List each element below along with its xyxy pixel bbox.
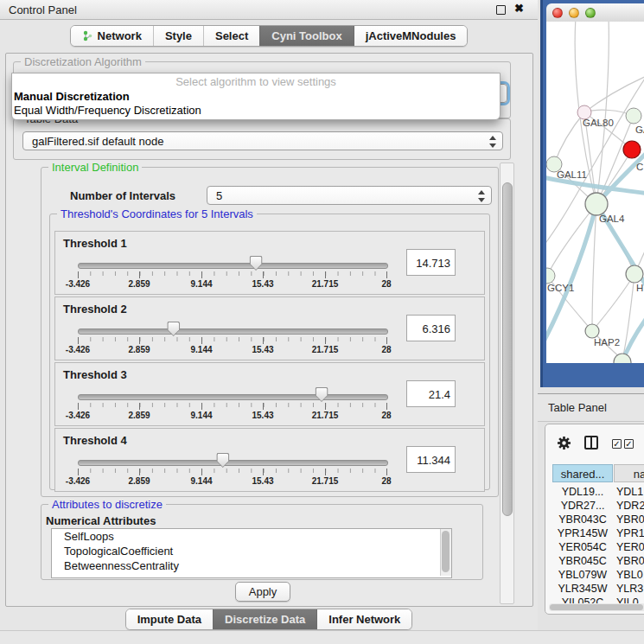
threshold-row: Threshold 2 -3.426 2.859 9.144 15.43 21.… [54,296,485,360]
tab-infer-network[interactable]: Infer Network [316,609,411,629]
tab-style[interactable]: Style [153,26,203,46]
tick-label: 2.859 [128,411,150,420]
table-cell[interactable]: YBR0 [616,554,644,568]
table-cell[interactable]: YDL19... [552,485,613,499]
table-cell[interactable]: YBR0 [616,513,644,526]
list-item[interactable]: SelfLoops [52,529,451,544]
node-label: HAP2 [594,337,620,348]
list-item[interactable]: TopologicalCoefficient [52,544,451,558]
node[interactable] [614,354,631,363]
table-cell[interactable]: YER0 [616,540,644,554]
threshold-value-field[interactable]: 11.344 [406,446,456,473]
column-header-name[interactable]: na [614,464,644,482]
checkbox-icon[interactable]: ✓ [624,439,634,449]
close-traffic-light[interactable] [552,8,563,18]
tick-label: 28 [381,411,391,420]
minimize-traffic-light[interactable] [569,8,579,18]
tick-label: 2.859 [128,279,150,289]
table-data-combobox[interactable]: galFiltered.sif default node [22,131,503,150]
network-graph [546,22,644,363]
threshold-label: Threshold 1 [63,237,127,250]
node-selected-red[interactable] [623,141,641,158]
popup-item-manual-discretization[interactable]: Manual Discretization [14,90,130,103]
threshold-slider-thumb[interactable] [250,256,263,271]
combo-arrows-icon [488,135,496,149]
tick-label: 21.715 [312,476,339,486]
node-label: GCY1 [547,283,574,293]
tab-jactivemnodules[interactable]: jActiveMNodules [354,26,468,46]
threshold-slider-thumb[interactable] [167,322,180,336]
node[interactable] [626,108,641,124]
cyni-content-panel: Discretization Algorithm Table Data galF… [5,53,533,607]
top-tab-bar: Network Style Select Cyni Toolbox jActiv… [0,25,538,47]
tick-label: 28 [381,476,391,486]
node-hap2[interactable] [585,324,599,338]
threshold-value-field[interactable]: 14.713 [406,249,456,276]
table-cell[interactable]: YPR1 [616,526,644,540]
table-data-value: galFiltered.sif default node [32,135,163,148]
tick-label: -3.426 [66,279,90,289]
node-label: GAL4 [599,214,624,224]
node-gal4[interactable] [585,193,608,215]
table-cell[interactable]: YBR045C [552,554,613,568]
tick-label: 15.43 [252,279,273,289]
tick-label: 21.715 [312,279,339,289]
table-cell[interactable]: YBL0 [616,568,644,582]
table-cell[interactable]: YLR3 [616,582,644,596]
table-cell[interactable]: YPR145W [552,526,613,540]
table-cell[interactable]: YIL052C [552,596,613,603]
popup-placeholder-item[interactable]: Select algorithm to view settings [12,75,500,88]
tab-select[interactable]: Select [203,26,259,46]
screen: Control Panel ✖ Network Style Select [0,0,644,644]
threshold-label: Threshold 2 [63,303,127,316]
table-data-group: Table Data galFiltered.sif default node [13,118,511,160]
gear-icon[interactable] [557,436,571,450]
apply-button[interactable]: Apply [235,582,290,602]
scrollbar-thumb[interactable] [550,604,643,610]
network-window-titlebar[interactable] [546,3,644,22]
tick-label: 21.715 [312,411,339,420]
table-cell[interactable]: YDL1 [616,485,644,499]
tab-network[interactable]: Network [71,26,153,46]
tab-discretize-data[interactable]: Discretize Data [213,609,316,629]
column-layout-icon[interactable] [584,436,598,450]
node-label: GAL11 [557,169,587,180]
table-cell[interactable]: YDR2 [616,499,644,513]
table-cell[interactable]: YLR345W [552,582,613,596]
table-cell[interactable]: YIL0 [616,596,644,603]
tick-label: 28 [381,279,391,289]
table-panel: ✓ ✓ shared... na YDL19... YDL1 YDR27... … [545,424,644,615]
tab-cyni-toolbox[interactable]: Cyni Toolbox [259,26,353,46]
list-item[interactable]: BetweennessCentrality [52,558,451,573]
tick-label: 9.144 [190,476,212,486]
close-icon[interactable]: ✖ [514,2,524,15]
scrollbar-thumb[interactable] [502,182,513,516]
list-scrollbar[interactable] [440,529,451,576]
settings-scrollbar[interactable] [500,163,514,604]
zoom-traffic-light[interactable] [585,8,596,18]
threshold-value-field[interactable]: 21.4 [406,380,456,407]
popup-item-equal-width-frequency[interactable]: Equal Width/Frequency Discretization [14,104,201,117]
threshold-slider-thumb[interactable] [216,453,229,468]
thresholds-title: Threshold's Coordinates for 5 Intervals [57,207,257,220]
checkbox-icon[interactable]: ✓ [612,439,622,449]
column-header-shared-name[interactable]: shared... [552,464,613,482]
tab-impute-data[interactable]: Impute Data [126,609,213,629]
tick-label: 28 [381,345,391,354]
tick-label: 2.859 [128,476,150,486]
network-icon [82,30,93,42]
table-cell[interactable]: YBL079W [552,568,613,582]
table-horizontal-scrollbar[interactable] [549,603,644,611]
tick-label: 9.144 [190,411,212,420]
threshold-value-field[interactable]: 6.316 [406,315,456,341]
threshold-slider-thumb[interactable] [316,387,328,402]
network-canvas[interactable]: GAL80 GA C GAL11 GAL4 GCY1 H HAP2 [546,22,644,363]
table-cell[interactable]: YER054C [552,540,613,554]
float-window-icon[interactable] [496,5,506,15]
node[interactable] [626,265,643,283]
tick-label: 15.43 [252,411,273,420]
number-of-intervals-combobox[interactable]: 5 [207,186,492,205]
node-gcy1[interactable] [546,268,555,284]
table-cell[interactable]: YDR27... [552,499,613,513]
table-cell[interactable]: YBR043C [552,513,613,526]
